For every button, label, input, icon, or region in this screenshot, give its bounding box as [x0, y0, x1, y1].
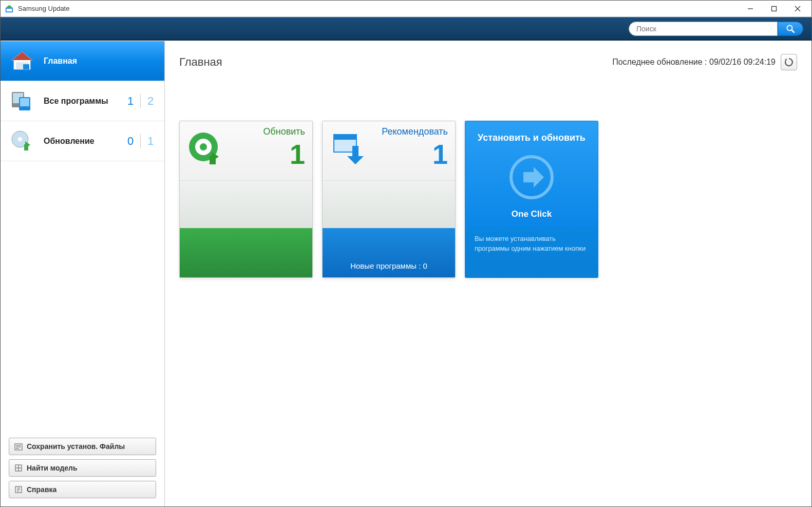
disc-update-icon: [187, 130, 224, 170]
card-title: Обновить: [263, 126, 305, 137]
card-count: 1: [432, 140, 448, 168]
nav-item-all-programs[interactable]: Все программы 1 2: [1, 81, 164, 121]
main-header: Главная Последнее обновление : 09/02/16 …: [165, 41, 811, 78]
search-box: [629, 22, 803, 36]
last-update-label: Последнее обновление : 09/02/16 09:24:19: [612, 58, 776, 67]
button-label: Справка: [27, 485, 56, 494]
count-available: 1: [144, 135, 157, 148]
svg-line-8: [792, 30, 795, 32]
find-model-button[interactable]: Найти модель: [9, 459, 156, 477]
card-install-update[interactable]: Установить и обновить One Click Вы может…: [465, 121, 598, 278]
page-title: Главная: [179, 55, 612, 69]
one-click-arrow-icon: [508, 154, 555, 203]
topbar: [1, 17, 811, 41]
help-icon: [14, 485, 23, 494]
search-button[interactable]: [778, 22, 803, 36]
card-title: Рекомендовать: [382, 126, 448, 137]
one-click-label: One Click: [512, 209, 552, 219]
nav-item-home[interactable]: Главная: [1, 41, 164, 81]
close-button[interactable]: [786, 1, 809, 16]
nav-counts: 0 1: [124, 134, 157, 148]
card-title: Установить и обновить: [478, 133, 586, 143]
save-icon: [14, 442, 23, 450]
card-count: 1: [290, 140, 305, 168]
svg-marker-1: [6, 5, 13, 7]
button-label: Найти модель: [27, 464, 78, 472]
svg-marker-12: [12, 52, 32, 60]
refresh-button[interactable]: [781, 54, 797, 70]
main-content: Главная Последнее обновление : 09/02/16 …: [165, 41, 811, 506]
update-disc-icon: [10, 129, 34, 154]
find-model-icon: [14, 464, 23, 472]
card-description: Вы можете устанавливать программы одним …: [465, 227, 598, 277]
svg-rect-35: [210, 156, 216, 164]
dashboard-cards: Обновить 1 Рекомендовать 1 Новые програм: [165, 78, 811, 278]
svg-point-34: [200, 143, 207, 151]
svg-rect-19: [24, 144, 28, 151]
minimize-button[interactable]: [739, 1, 762, 16]
count-pending: 0: [124, 135, 137, 148]
nav: Главная Все программы 1 2 Обновление: [1, 41, 164, 434]
count-total: 2: [144, 95, 157, 108]
svg-rect-11: [23, 64, 29, 69]
svg-rect-4: [772, 6, 777, 11]
refresh-icon: [784, 57, 794, 67]
card-update[interactable]: Обновить 1: [179, 121, 313, 278]
search-icon: [786, 24, 795, 33]
nav-counts: 1 2: [124, 94, 157, 108]
window-title: Samsung Update: [18, 5, 739, 12]
svg-rect-2: [7, 9, 12, 11]
nav-label: Обновление: [44, 137, 124, 146]
button-label: Сохранить установ. Файлы: [27, 442, 125, 450]
maximize-button[interactable]: [762, 1, 786, 16]
card-recommend[interactable]: Рекомендовать 1 Новые программы : 0: [322, 121, 456, 278]
save-install-files-button[interactable]: Сохранить установ. Файлы: [9, 438, 156, 455]
home-icon: [10, 49, 34, 73]
count-installed: 1: [124, 95, 137, 108]
sidebar: Главная Все программы 1 2 Обновление: [1, 41, 165, 506]
help-button[interactable]: Справка: [9, 481, 156, 498]
sidebar-actions: Сохранить установ. Файлы Найти модель Сп…: [1, 434, 164, 506]
svg-rect-37: [334, 135, 356, 140]
nav-item-updates[interactable]: Обновление 0 1: [1, 121, 164, 161]
search-input[interactable]: [629, 22, 778, 36]
app-logo-icon: [5, 4, 14, 13]
card-footer: Новые программы : 0: [323, 228, 455, 277]
programs-icon: [10, 89, 34, 114]
svg-rect-16: [20, 98, 29, 106]
nav-label: Главная: [44, 57, 157, 66]
titlebar: Samsung Update: [1, 1, 811, 17]
nav-label: Все программы: [44, 97, 124, 106]
new-programs-label: Новые программы : 0: [350, 261, 427, 270]
svg-point-18: [18, 137, 22, 141]
download-program-icon: [330, 130, 367, 170]
